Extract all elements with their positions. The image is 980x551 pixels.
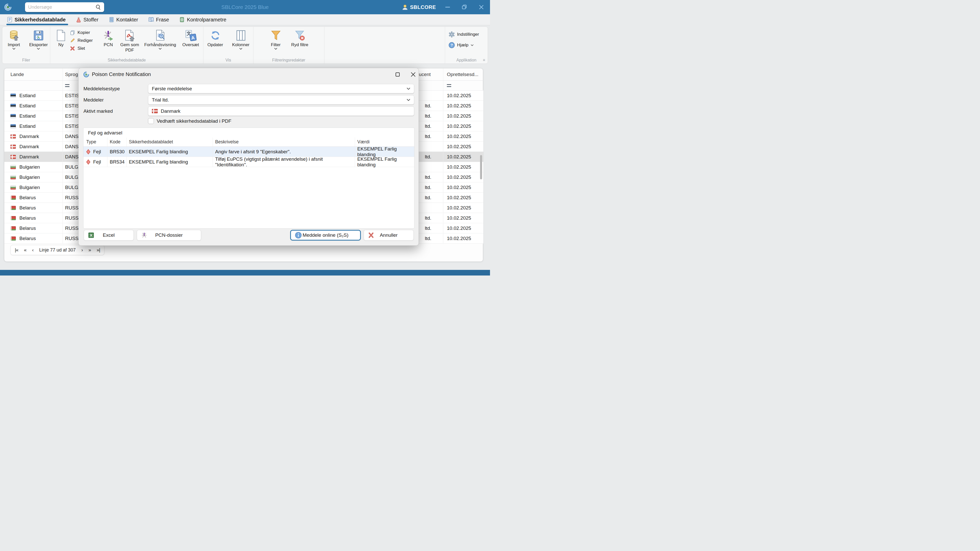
column-header-vaerdi[interactable]: Værdi <box>355 138 414 146</box>
tab-frase[interactable]: Frase <box>148 14 169 25</box>
global-search[interactable] <box>25 2 104 12</box>
indstillinger-button[interactable]: Indstillinger <box>449 32 488 38</box>
scrollbar-thumb[interactable] <box>480 155 482 179</box>
producer-name: ltd. <box>425 215 431 221</box>
chevron-down-icon <box>407 99 410 101</box>
hjaelp-button[interactable]: ? Hjælp <box>449 42 488 48</box>
column-header-kode[interactable]: Kode <box>107 138 127 146</box>
sblcore-logo-icon <box>83 71 89 78</box>
oversaet-button[interactable]: A Oversæt <box>178 29 203 53</box>
ryd-filtre-button[interactable]: Ryd filtre <box>288 29 312 50</box>
filter-cell-lande[interactable] <box>4 81 63 90</box>
svg-text:?: ? <box>450 43 453 47</box>
cell-oprettelsesdato: 10.02.2025 <box>443 162 481 172</box>
cell-oprettelsesdato: 10.02.2025 <box>443 141 481 151</box>
dialog-title-bar: Poison Centre Notification <box>79 68 418 81</box>
equals-filter-icon <box>447 84 451 87</box>
producer-name: ltd. <box>425 175 431 180</box>
last-page-button[interactable]: »| <box>97 247 100 253</box>
tab-stoffer[interactable]: Stoffer <box>76 14 99 25</box>
errors-table: Type Kode Sikkerhedsdatabladet Beskrivel… <box>83 138 414 167</box>
group-options-icon[interactable]: ≡ <box>483 58 485 62</box>
pcn-dossier-button[interactable]: PCN-dossier <box>137 230 201 241</box>
error-row[interactable]: Fejl BR530 EKSEMPEL Farlig blanding Angi… <box>83 147 414 157</box>
copy-icon <box>70 30 75 35</box>
cell-lande: Belarus <box>4 233 63 243</box>
import-button[interactable]: Import <box>2 29 25 50</box>
tab-kontrolparametre[interactable]: Kontrolparametre <box>179 14 226 25</box>
attach-pdf-checkbox[interactable] <box>148 118 154 124</box>
fast-next-button[interactable]: » <box>89 247 91 253</box>
annuller-button[interactable]: Annuller <box>364 230 414 241</box>
gem-som-pdf-button[interactable]: Gem som PDF <box>117 29 142 53</box>
errors-header-row: Type Kode Sikkerhedsdatabladet Beskrivel… <box>83 138 414 147</box>
column-header-sikkerhedsdatabladet[interactable]: Sikkerhedsdatabladet <box>127 138 213 146</box>
search-input[interactable] <box>28 4 95 10</box>
first-page-button[interactable]: |« <box>15 247 18 253</box>
meddeler-select[interactable]: Trial ltd. <box>148 95 414 105</box>
flask-icon <box>76 17 81 22</box>
error-code: BR530 <box>110 149 124 155</box>
ribbon-group-label: Sikkerhedsdatablade <box>50 58 203 62</box>
producer-name: ltd. <box>425 134 431 139</box>
maximize-button[interactable] <box>460 2 469 12</box>
cell-oprettelsesdato: 10.02.2025 <box>443 91 481 100</box>
cell-lande: Danmark <box>4 141 63 151</box>
dialog-maximize-button[interactable] <box>395 71 401 78</box>
next-page-button[interactable]: › <box>81 247 83 253</box>
country-name: Belarus <box>19 236 36 241</box>
kopier-button[interactable]: Kopier <box>70 30 100 35</box>
tab-kontakter[interactable]: Kontakter <box>109 14 138 25</box>
cell-lande: Bulgarien <box>4 172 63 182</box>
search-icon[interactable] <box>95 4 101 10</box>
ribbon-group-vis: Opdater Kolonner Vis <box>204 27 253 64</box>
error-row[interactable]: Fejl BR534 EKSEMPEL Farlig blanding Tilf… <box>83 157 414 167</box>
tab-sikkerhedsdatablade[interactable]: Sikkerhedsdatablade <box>7 14 65 25</box>
meddelelsestype-value: Første meddelelse <box>152 86 192 92</box>
app-logo-icon <box>4 3 12 11</box>
meddeler-label: Meddeler <box>83 97 103 103</box>
meddele-online-button[interactable]: Meddele online (S₂S) <box>290 230 361 241</box>
excel-button[interactable]: X Excel <box>84 230 134 241</box>
errors-rows: Fejl BR530 EKSEMPEL Farlig blanding Angi… <box>83 147 414 167</box>
filter-button[interactable]: Filter <box>266 29 286 50</box>
opdater-button[interactable]: Opdater <box>204 29 227 50</box>
close-button[interactable] <box>476 2 487 12</box>
pagination-bar: |« « ‹ Linje 77 ud af 307 › » »| <box>11 245 104 255</box>
pcn-button[interactable]: PCN <box>99 29 117 53</box>
column-header-beskrivelse[interactable]: Beskrivelse <box>213 138 355 146</box>
user-account[interactable]: SBLCORE <box>402 4 436 10</box>
aktivt-marked-field[interactable]: Danmark <box>148 106 414 116</box>
country-flag-icon <box>11 104 16 108</box>
created-date: 10.02.2025 <box>447 154 471 160</box>
dialog-close-button[interactable] <box>410 71 417 78</box>
column-header-type[interactable]: Type <box>83 138 107 146</box>
chevron-down-icon <box>239 48 242 50</box>
fast-prev-button[interactable]: « <box>24 247 27 253</box>
country-name: Danmark <box>19 134 39 139</box>
rediger-button[interactable]: Rediger <box>70 38 100 43</box>
slet-button[interactable]: Slet <box>70 46 100 51</box>
meddelelsestype-select[interactable]: Første meddelelse <box>148 84 414 94</box>
ribbon-group-label: Filer <box>2 58 50 62</box>
cell-lande: Bulgarien <box>4 162 63 172</box>
forhandsvisning-button[interactable]: Forhåndsvisning <box>142 29 178 53</box>
errors-groupbox: Fejl og advarsel Type Kode Sikkerhedsdat… <box>83 127 414 229</box>
kolonner-button[interactable]: Kolonner <box>229 29 253 50</box>
producer-name: ltd. <box>425 225 431 231</box>
prev-page-button[interactable]: ‹ <box>32 247 33 253</box>
eksporter-button[interactable]: Eksporter <box>27 29 50 50</box>
ny-button[interactable]: Ny <box>52 29 70 53</box>
info-icon <box>295 232 302 238</box>
ribbon-spacer <box>325 27 445 64</box>
producer-name: ltd. <box>425 103 431 109</box>
ribbon-toolbar: Import Eksporter Filer <box>2 27 488 64</box>
column-header-oprettelsesdato[interactable]: Oprettelsesd... <box>443 68 481 80</box>
vertical-scrollbar[interactable] <box>480 81 482 249</box>
column-header-lande[interactable]: Lande <box>4 68 63 80</box>
minimize-button[interactable] <box>442 2 453 12</box>
filter-cell-oprettelsesdato[interactable] <box>443 81 481 90</box>
created-date: 10.02.2025 <box>447 93 471 98</box>
svg-text:X: X <box>90 233 92 237</box>
country-flag-icon <box>11 144 16 149</box>
